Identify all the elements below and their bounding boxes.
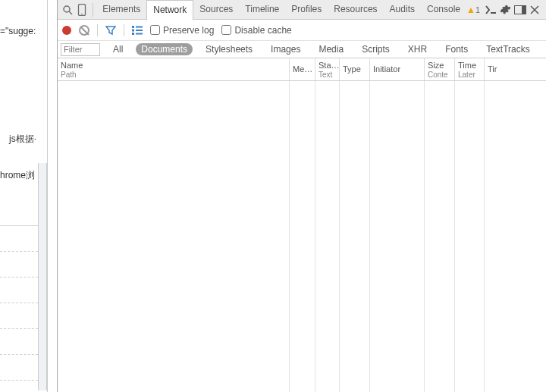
filter-input[interactable]: [61, 43, 100, 56]
page-left-clip: ="sugge: js根据· hrome浏: [0, 0, 48, 392]
list-item: [0, 226, 38, 252]
body-col-time: [455, 81, 485, 392]
filter-websockets[interactable]: WebSockets: [543, 43, 546, 55]
preserve-log-checkbox[interactable]: Preserve log: [150, 25, 214, 36]
col-name[interactable]: Name Path: [58, 58, 290, 80]
tab-timeline[interactable]: Timeline: [239, 0, 285, 19]
network-table-body: [58, 81, 546, 392]
warning-count: 1: [475, 5, 480, 14]
svg-point-0: [64, 6, 70, 12]
svg-line-1: [69, 11, 72, 14]
col-status-l1: Sta…: [318, 61, 336, 71]
col-size[interactable]: Size Conte: [425, 58, 455, 80]
svg-rect-13: [136, 30, 143, 31]
separator: [93, 3, 93, 17]
col-time[interactable]: Time Later: [455, 58, 485, 80]
preserve-log-input[interactable]: [150, 25, 160, 35]
filter-scripts[interactable]: Scripts: [356, 43, 395, 55]
col-type[interactable]: Type: [340, 58, 370, 80]
close-icon[interactable]: [529, 2, 541, 18]
code-fragment: ="sugge:: [0, 26, 36, 36]
col-method[interactable]: Me…: [290, 58, 315, 80]
col-method-l1: Me…: [293, 64, 312, 74]
list-item: [0, 303, 38, 329]
link-fragment-1[interactable]: js根据·: [9, 133, 36, 146]
disable-cache-input[interactable]: [221, 25, 231, 35]
svg-rect-12: [136, 26, 143, 27]
svg-rect-6: [522, 6, 526, 14]
col-timeline-l1: Tir: [488, 64, 543, 74]
separator: [97, 24, 98, 36]
col-size-l1: Size: [428, 61, 451, 71]
col-status[interactable]: Sta… Text: [315, 58, 340, 80]
network-table-header: Name Path Me… Sta… Text Type Initiator S…: [58, 58, 546, 81]
col-initiator[interactable]: Initiator: [370, 58, 425, 80]
tab-sources[interactable]: Sources: [193, 0, 239, 19]
col-name-l1: Name: [61, 61, 286, 71]
tab-audits[interactable]: Audits: [384, 0, 421, 19]
svg-rect-11: [132, 33, 134, 35]
network-toolbar: Preserve log Disable cache: [58, 20, 546, 41]
record-button[interactable]: [62, 26, 71, 35]
svg-rect-10: [132, 29, 134, 31]
devtools-panel: Elements Network Sources Timeline Profil…: [57, 0, 546, 392]
col-initiator-l1: Initiator: [373, 64, 421, 74]
console-drawer-icon[interactable]: [485, 2, 497, 18]
tab-console[interactable]: Console: [421, 0, 466, 19]
tab-resources[interactable]: Resources: [328, 0, 383, 19]
body-col-initiator: [370, 81, 425, 392]
dock-icon[interactable]: [513, 2, 526, 18]
body-col-method: [290, 81, 315, 392]
col-status-l2: Text: [318, 71, 336, 79]
network-filter-bar: All Documents Stylesheets Images Media S…: [58, 41, 546, 58]
warning-icon[interactable]: ▲: [466, 5, 475, 15]
scroll-gutter: [38, 163, 47, 390]
devtools-tabstrip: Elements Network Sources Timeline Profil…: [58, 0, 546, 20]
filter-media[interactable]: Media: [313, 43, 349, 55]
body-col-status: [315, 81, 340, 392]
separator: [124, 24, 124, 36]
filter-documents[interactable]: Documents: [136, 43, 193, 55]
filter-toggle-icon[interactable]: [105, 25, 116, 36]
body-col-type: [340, 81, 370, 392]
preserve-log-label: Preserve log: [163, 25, 214, 36]
svg-point-3: [81, 13, 83, 14]
list-item: [0, 355, 38, 381]
filter-images[interactable]: Images: [265, 43, 306, 55]
col-size-l2: Conte: [428, 71, 451, 79]
use-large-rows-icon[interactable]: [132, 26, 143, 35]
inspect-icon[interactable]: [61, 2, 74, 18]
filter-fonts[interactable]: Fonts: [440, 43, 473, 55]
svg-rect-14: [136, 33, 143, 34]
col-type-l1: Type: [343, 64, 366, 74]
filter-texttracks[interactable]: TextTracks: [481, 43, 535, 55]
list-item: [0, 252, 38, 278]
body-col-timeline: [485, 81, 546, 392]
device-icon[interactable]: [75, 2, 88, 18]
list-item: [0, 329, 38, 355]
result-list-fragment: [0, 225, 38, 381]
disable-cache-checkbox[interactable]: Disable cache: [221, 25, 291, 36]
body-col-name: [58, 81, 290, 392]
tab-elements[interactable]: Elements: [96, 0, 146, 19]
col-time-l2: Later: [458, 71, 481, 79]
list-item: [0, 278, 38, 303]
body-col-size: [425, 81, 455, 392]
disable-cache-label: Disable cache: [234, 25, 291, 36]
col-timeline[interactable]: Tir: [485, 58, 546, 80]
svg-rect-9: [132, 26, 134, 28]
col-time-l1: Time: [458, 61, 481, 71]
filter-xhr[interactable]: XHR: [403, 43, 432, 55]
link-fragment-2[interactable]: hrome浏: [0, 169, 35, 182]
settings-icon[interactable]: [499, 2, 512, 18]
tab-profiles[interactable]: Profiles: [285, 0, 328, 19]
col-name-l2: Path: [61, 71, 286, 79]
tab-network[interactable]: Network: [146, 0, 193, 20]
filter-stylesheets[interactable]: Stylesheets: [200, 43, 258, 55]
filter-all[interactable]: All: [108, 43, 128, 55]
clear-button[interactable]: [79, 25, 89, 36]
